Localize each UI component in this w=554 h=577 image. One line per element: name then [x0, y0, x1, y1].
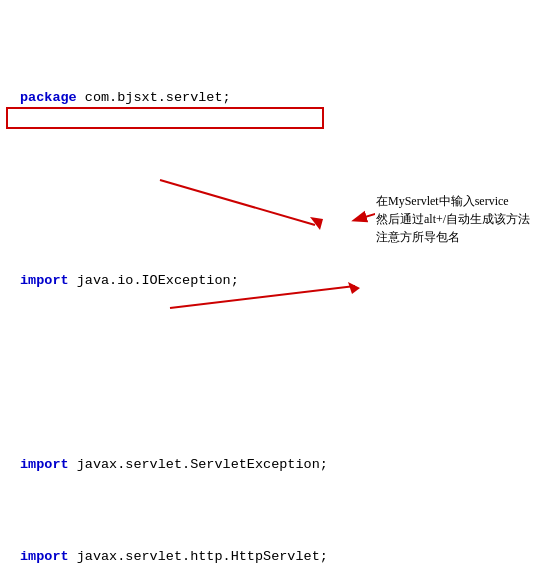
- code-line-6: import javax.servlet.http.HttpServlet;: [20, 546, 534, 569]
- code-line-2: [20, 179, 534, 202]
- keyword-import1: import: [20, 273, 69, 288]
- code-line-1: package com.bjsxt.servlet;: [20, 87, 534, 110]
- keyword-package: package: [20, 90, 77, 105]
- svg-marker-4: [348, 282, 360, 294]
- code-line-5: import javax.servlet.ServletException;: [20, 454, 534, 477]
- code-line-4: [20, 362, 534, 385]
- svg-line-3: [170, 286, 355, 308]
- keyword-import2: import: [20, 457, 69, 472]
- keyword-import3: import: [20, 549, 69, 564]
- service-arrow: [160, 278, 390, 328]
